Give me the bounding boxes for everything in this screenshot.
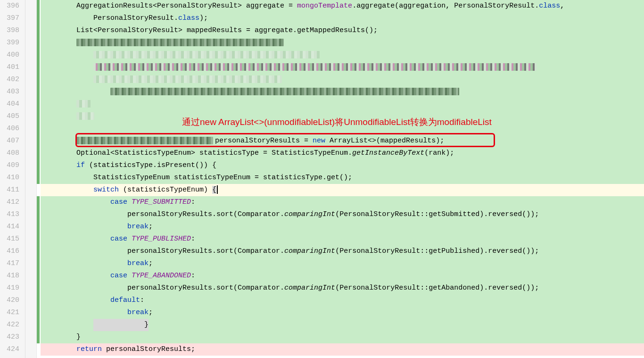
gutter-icon-column [25, 0, 37, 358]
code-line[interactable]: break; [41, 307, 644, 319]
text-caret [217, 185, 218, 194]
line-number: 420 [0, 294, 20, 307]
code-line[interactable]: PersonalStoryResult.class); [41, 12, 644, 25]
line-number: 412 [0, 196, 20, 208]
code-line[interactable]: List<PersonalStoryResult> mappedResults … [41, 25, 644, 37]
code-line[interactable]: break; [41, 221, 644, 233]
line-number: 418 [0, 270, 20, 282]
line-number: 401 [0, 61, 20, 74]
code-line[interactable]: case TYPE_PUBLISHED: [41, 233, 644, 245]
line-number: 405 [0, 110, 20, 123]
code-line-obscured [41, 74, 644, 86]
code-line[interactable]: } [41, 331, 644, 343]
line-number: 410 [0, 172, 20, 184]
code-line-obscured [41, 86, 644, 98]
code-line[interactable]: personalStoryResults = new ArrayList<>(m… [41, 135, 644, 147]
line-number: 421 [0, 307, 20, 319]
line-number: 398 [0, 25, 20, 37]
change-marker-column [37, 0, 41, 358]
code-line[interactable]: personalStoryResults.sort(Comparator.com… [41, 208, 644, 221]
line-number: 399 [0, 37, 20, 49]
code-line-current[interactable]: switch (statisticsTypeEnum) { [41, 184, 644, 196]
line-number: 413 [0, 208, 20, 221]
code-line[interactable]: } [41, 319, 644, 331]
line-number: 397 [0, 12, 20, 25]
code-line[interactable]: case TYPE_ABANDONED: [41, 270, 644, 282]
code-line[interactable]: return personalStoryResults; [41, 343, 644, 356]
line-number: 416 [0, 245, 20, 258]
code-line[interactable]: AggregationResults<PersonalStoryResult> … [41, 0, 644, 12]
line-number: 396 [0, 0, 20, 12]
line-number: 406 [0, 123, 20, 135]
code-line[interactable]: personalStoryResults.sort(Comparator.com… [41, 282, 644, 294]
annotation-text: 通过new ArrayList<>(unmodifiableList)将Unmo… [182, 116, 492, 128]
code-editor[interactable]: 396 397 398 399 400 401 402 403 404 405 … [0, 0, 644, 358]
line-number: 411 [0, 184, 20, 196]
vcs-added-marker [37, 0, 40, 184]
code-line[interactable]: break; [41, 258, 644, 270]
line-number: 409 [0, 159, 20, 172]
code-line[interactable]: case TYPE_SUBMITTED: [41, 196, 644, 208]
line-number: 423 [0, 331, 20, 343]
line-number: 414 [0, 221, 20, 233]
line-number: 404 [0, 98, 20, 110]
line-number: 417 [0, 258, 20, 270]
code-line[interactable]: if (statisticsType.isPresent()) { [41, 159, 644, 172]
line-number-gutter: 396 397 398 399 400 401 402 403 404 405 … [0, 0, 25, 358]
line-number: 422 [0, 319, 20, 331]
line-number: 424 [0, 343, 20, 356]
code-line-obscured [41, 61, 644, 74]
line-number: 402 [0, 74, 20, 86]
vcs-added-marker [37, 196, 40, 343]
code-line-obscured [41, 37, 644, 49]
line-number: 419 [0, 282, 20, 294]
code-line[interactable]: default: [41, 294, 644, 307]
code-line[interactable]: Optional<StatisticsTypeEnum> statisticsT… [41, 147, 644, 159]
code-line-obscured [41, 98, 644, 110]
line-number: 415 [0, 233, 20, 245]
line-number: 400 [0, 49, 20, 61]
line-number: 403 [0, 86, 20, 98]
code-line-obscured [41, 49, 644, 61]
line-number: 407 [0, 135, 20, 147]
line-number: 408 [0, 147, 20, 159]
code-line[interactable]: StatisticsTypeEnum statisticsTypeEnum = … [41, 172, 644, 184]
code-line[interactable]: personalStoryResults.sort(Comparator.com… [41, 245, 644, 258]
code-content[interactable]: AggregationResults<PersonalStoryResult> … [41, 0, 644, 358]
